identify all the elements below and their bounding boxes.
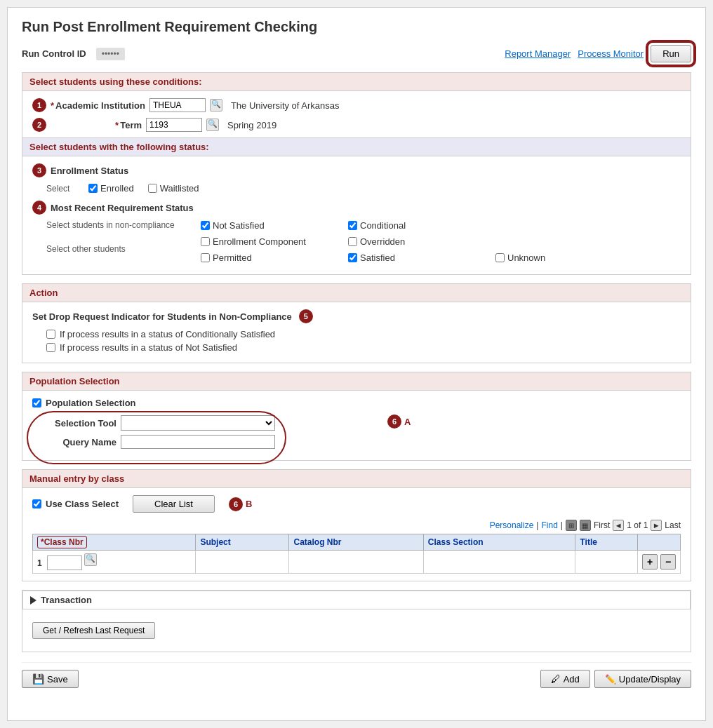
update-display-label: Update/Display (619, 674, 681, 685)
process-monitor-link[interactable]: Process Monitor (578, 48, 644, 59)
permitted-checkbox[interactable] (201, 253, 210, 262)
delete-row-button[interactable]: − (660, 554, 676, 569)
table-row: 1 + − (33, 551, 681, 574)
conditional-checkbox[interactable] (348, 221, 357, 230)
badge-2: 2 (32, 118, 46, 132)
class-section-header: Class Section (423, 534, 575, 551)
conditional-label: Conditional (360, 220, 406, 231)
status-subsection-header: Select students with the following statu… (22, 137, 691, 156)
transaction-section-header[interactable]: Transaction (22, 591, 691, 609)
non-compliance-label: Select students in non-compliance (46, 220, 187, 230)
class-table: *Class Nbr Subject Catalog Nbr Class Sec… (32, 534, 681, 574)
prev-arrow[interactable]: ◄ (613, 520, 624, 531)
badge-a-label: A (404, 417, 411, 427)
run-control-value: •••••• (96, 48, 125, 60)
manual-section-header: Manual entry by class (22, 470, 691, 488)
term-desc: Spring 2019 (227, 120, 276, 130)
permitted-label: Permitted (213, 252, 252, 263)
not-satisfied-action-checkbox[interactable] (46, 343, 55, 352)
satisfied-label: Satisfied (360, 252, 395, 263)
page-title: Run Post Enrollment Requirement Checking (22, 19, 691, 35)
term-label: Term (51, 120, 142, 130)
waitlisted-label: Waitlisted (160, 183, 199, 194)
other-students-label: Select other students (46, 244, 187, 254)
academic-institution-desc: The University of Arkansas (231, 100, 340, 111)
enrollment-component-checkbox[interactable] (201, 237, 210, 246)
badge-1: 1 (32, 98, 46, 112)
overridden-checkbox[interactable] (348, 237, 357, 246)
population-selection-label: Population Selection (46, 398, 136, 408)
save-icon: 💾 (32, 673, 44, 685)
select-label: Select (46, 184, 74, 194)
find-link[interactable]: Find (541, 520, 557, 530)
use-class-select-checkbox[interactable] (32, 499, 41, 508)
update-display-button[interactable]: ✏️ Update/Display (594, 670, 691, 688)
badge-6: 6 (387, 414, 401, 429)
conditionally-satisfied-label: If process results in a status of Condit… (60, 329, 275, 339)
most-recent-label: Most Recent Requirement Status (51, 203, 194, 213)
badge-5: 5 (299, 309, 313, 323)
enrolled-label: Enrolled (100, 183, 134, 194)
grid-icon[interactable]: ▦ (580, 520, 591, 531)
enrollment-component-label: Enrollment Component (213, 236, 306, 247)
save-label: Save (47, 674, 68, 685)
add-row-button[interactable]: + (642, 554, 658, 569)
academic-institution-input[interactable] (149, 98, 206, 112)
unknown-checkbox[interactable] (495, 253, 505, 262)
run-control-label: Run Control ID (22, 48, 86, 59)
conditionally-satisfied-checkbox[interactable] (46, 330, 55, 339)
refresh-button[interactable]: Get / Refresh Last Request (32, 622, 155, 639)
waitlisted-checkbox[interactable] (148, 184, 157, 193)
catalog-nbr-header: Catalog Nbr (289, 534, 423, 551)
class-nbr-search-icon[interactable] (84, 553, 97, 566)
personalize-link[interactable]: Personalize (490, 520, 534, 530)
update-icon: ✏️ (605, 674, 616, 685)
term-search-icon[interactable] (206, 119, 219, 131)
population-selection-checkbox[interactable] (32, 398, 41, 407)
term-input[interactable] (146, 118, 202, 132)
add-label: Add (564, 674, 580, 685)
save-button[interactable]: 💾 Save (22, 670, 79, 688)
overridden-label: Overridden (360, 236, 405, 247)
academic-institution-search-icon[interactable] (210, 99, 222, 112)
enrolled-checkbox[interactable] (88, 184, 98, 193)
population-section-header: Population Selection (22, 372, 691, 391)
selection-tool-select[interactable] (121, 415, 275, 431)
badge-4: 4 (32, 201, 46, 215)
enrollment-status-label: Enrollment Status (51, 166, 128, 176)
last-label: Last (665, 520, 681, 530)
add-icon: 🖊 (551, 673, 561, 685)
conditions-section-header: Select students using these conditions: (22, 73, 691, 91)
title-header: Title (575, 534, 638, 551)
query-name-input[interactable] (121, 435, 275, 449)
next-arrow[interactable]: ► (651, 520, 662, 531)
transaction-label: Transaction (41, 595, 92, 605)
page-label: 1 of 1 (627, 520, 648, 530)
not-satisfied-checkbox[interactable] (201, 221, 210, 230)
not-satisfied-label: Not Satisfied (213, 220, 265, 231)
class-nbr-input[interactable] (47, 555, 82, 570)
not-satisfied-action-label: If process results in a status of Not Sa… (60, 342, 237, 353)
action-title: Set Drop Request Indicator for Students … (32, 311, 292, 322)
badge-3: 3 (32, 163, 46, 177)
satisfied-checkbox[interactable] (348, 253, 357, 262)
view-icon[interactable]: ⊞ (566, 520, 577, 531)
catalog-nbr-cell (289, 551, 423, 574)
report-manager-link[interactable]: Report Manager (505, 48, 571, 59)
add-button[interactable]: 🖊 Add (540, 670, 590, 688)
run-button[interactable]: Run (651, 45, 691, 62)
use-class-select-label: Use Class Select (46, 499, 119, 509)
academic-institution-label: Academic Institution (51, 100, 145, 111)
badge-b-label: B (246, 499, 252, 509)
class-section-cell (423, 551, 575, 574)
first-label: First (594, 520, 610, 530)
class-nbr-header: *Class Nbr (33, 534, 196, 551)
selection-tool-label: Selection Tool (46, 418, 116, 429)
clear-list-button[interactable]: Clear List (133, 495, 215, 513)
subject-cell (196, 551, 289, 574)
badge-6b: 6 (229, 497, 243, 511)
query-name-label: Query Name (46, 437, 116, 447)
action-section-header: Action (22, 284, 691, 302)
triangle-icon (30, 596, 36, 605)
title-cell (575, 551, 638, 574)
